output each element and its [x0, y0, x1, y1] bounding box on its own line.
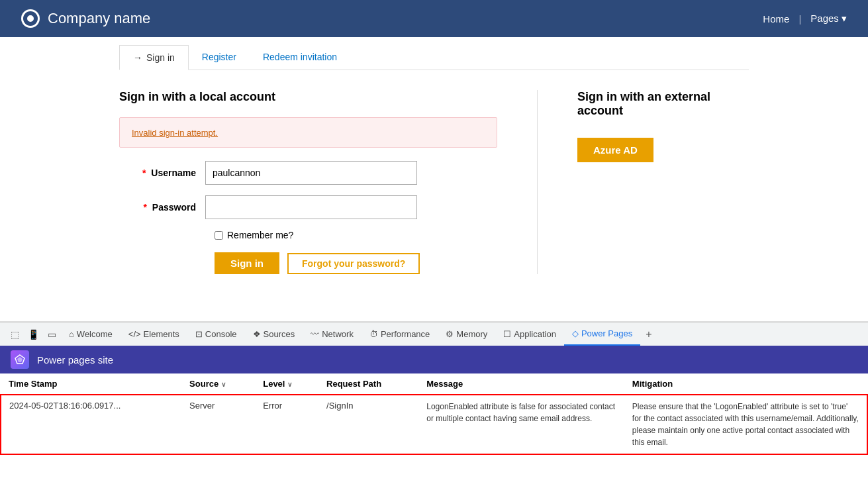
pages-link[interactable]: Pages: [810, 13, 847, 25]
col-level[interactable]: Level ∨: [255, 373, 318, 395]
cell-level: Error: [255, 395, 318, 454]
username-row: * Username: [119, 161, 497, 185]
col-message: Message: [418, 373, 624, 395]
power-pages-title: Power pages site: [37, 354, 113, 366]
col-source[interactable]: Source ∨: [181, 373, 255, 395]
performance-icon: ⏱: [369, 329, 378, 339]
auth-tabs: Sign in Register Redeem invitation: [119, 37, 749, 70]
remember-me-checkbox[interactable]: [215, 231, 223, 240]
top-navigation: Company name Home | Pages: [0, 0, 868, 37]
username-label: * Username: [119, 168, 205, 178]
tab-sources-label: Sources: [264, 329, 295, 339]
tab-power-pages[interactable]: ◇ Power Pages: [564, 322, 640, 346]
cell-message: LogonEnabled attribute is false for asso…: [418, 395, 624, 454]
tab-sources[interactable]: ❖ Sources: [245, 322, 303, 346]
devtools-tabs: ⌂ Welcome </> Elements ⊡ Console ❖ Sourc…: [61, 322, 863, 346]
signin-button[interactable]: Sign in: [215, 252, 279, 274]
tab-performance[interactable]: ⏱ Performance: [362, 322, 438, 346]
table-row: 2024-05-02T18:16:06.0917...ServerError/S…: [1, 395, 867, 454]
table-header-row: Time Stamp Source ∨ Level ∨ Request Path…: [1, 373, 867, 395]
tab-welcome-label: Welcome: [77, 329, 113, 339]
cell-timestamp: 2024-05-02T18:16:06.0917...: [1, 395, 181, 454]
local-account-section: Sign in with a local account Invalid sig…: [119, 90, 537, 274]
company-name: Company name: [48, 10, 150, 27]
local-section-title: Sign in with a local account: [119, 90, 497, 104]
error-box: Invalid sign-in attempt.: [119, 117, 497, 148]
tab-signin[interactable]: Sign in: [119, 45, 189, 70]
data-table-container: Time Stamp Source ∨ Level ∨ Request Path…: [0, 373, 868, 455]
col-mitigation: Mitigation: [624, 373, 867, 395]
tab-performance-label: Performance: [381, 329, 430, 339]
tab-application[interactable]: ☐ Application: [495, 322, 564, 346]
cell-mitigation: Please ensure that the 'LogonEnabled' at…: [624, 395, 867, 454]
elements-icon: </>: [128, 329, 141, 339]
nav-separator: |: [798, 13, 801, 25]
external-account-section: Sign in with an external account Azure A…: [537, 90, 749, 274]
external-section-title: Sign in with an external account: [577, 90, 749, 118]
username-input[interactable]: [205, 161, 417, 185]
devtools-bar: ⬚ 📱 ▭ ⌂ Welcome </> Elements ⊡ Console ❖…: [0, 322, 868, 346]
inspect-icon: ⬚: [11, 329, 19, 340]
tab-memory[interactable]: ⚙ Memory: [438, 322, 495, 346]
remember-me-label: Remember me?: [227, 230, 293, 240]
col-timestamp: Time Stamp: [1, 373, 181, 395]
password-label: * Password: [119, 202, 205, 213]
main-content: Sign in Register Redeem invitation Sign …: [0, 37, 868, 322]
power-pages-tab-icon: ◇: [572, 328, 579, 338]
signin-layout: Sign in with a local account Invalid sig…: [119, 70, 749, 294]
password-required-star: *: [144, 202, 147, 213]
tab-application-label: Application: [514, 329, 556, 339]
tab-network[interactable]: 〰 Network: [303, 322, 362, 346]
layout-icon: ▭: [48, 329, 56, 340]
cell-request-path: /SignIn: [318, 395, 418, 454]
add-tab-button[interactable]: +: [640, 328, 657, 340]
home-link[interactable]: Home: [763, 13, 789, 25]
tab-register[interactable]: Register: [189, 45, 250, 70]
memory-icon: ⚙: [446, 329, 454, 339]
device-toggle-btn[interactable]: 📱: [24, 325, 42, 344]
nav-links: Home | Pages: [763, 13, 847, 25]
logo-icon: [21, 9, 40, 28]
tab-elements[interactable]: </> Elements: [121, 322, 187, 346]
application-icon: ☐: [503, 329, 511, 339]
azure-ad-button[interactable]: Azure AD: [577, 138, 653, 162]
button-row: Sign in Forgot your password?: [215, 252, 497, 274]
tab-console[interactable]: ⊡ Console: [187, 322, 245, 346]
username-required-star: *: [142, 168, 146, 178]
tab-welcome[interactable]: ⌂ Welcome: [61, 322, 121, 346]
layout-btn[interactable]: ▭: [42, 325, 61, 344]
power-pages-logo-icon: [14, 354, 26, 366]
tab-console-label: Console: [205, 329, 237, 339]
power-pages-panel: Power pages site: [0, 346, 868, 373]
remember-me-row: Remember me?: [215, 230, 497, 240]
svg-marker-1: [17, 357, 23, 362]
tab-redeem[interactable]: Redeem invitation: [250, 45, 350, 70]
welcome-icon: ⌂: [69, 329, 74, 339]
tab-network-label: Network: [322, 329, 354, 339]
level-sort-icon: ∨: [287, 381, 292, 388]
network-icon: 〰: [311, 329, 319, 339]
sources-icon: ❖: [253, 329, 261, 339]
inspect-icon-btn[interactable]: ⬚: [5, 325, 24, 344]
company-logo: Company name: [21, 9, 150, 28]
error-message[interactable]: Invalid sign-in attempt.: [132, 128, 218, 138]
source-sort-icon: ∨: [221, 381, 226, 388]
password-input[interactable]: [205, 195, 417, 219]
forgot-password-button[interactable]: Forgot your password?: [287, 253, 420, 274]
table-body: 2024-05-02T18:16:06.0917...ServerError/S…: [1, 395, 867, 454]
col-request-path: Request Path: [318, 373, 418, 395]
logo-dot: [27, 15, 34, 22]
log-table: Time Stamp Source ∨ Level ∨ Request Path…: [0, 373, 868, 455]
power-pages-logo: [11, 350, 29, 369]
tab-elements-label: Elements: [144, 329, 179, 339]
cell-source: Server: [181, 395, 255, 454]
tab-memory-label: Memory: [456, 329, 487, 339]
device-icon: 📱: [28, 329, 39, 340]
console-icon: ⊡: [195, 329, 203, 339]
password-row: * Password: [119, 195, 497, 219]
tab-power-pages-label: Power Pages: [581, 328, 632, 338]
